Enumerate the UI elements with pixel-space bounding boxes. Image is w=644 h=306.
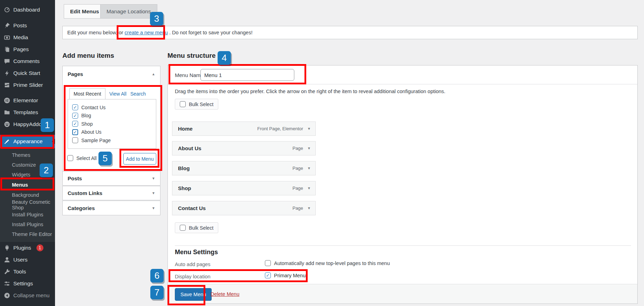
menu-item-type: Page xyxy=(293,186,303,191)
annotation-badge-2: 2 xyxy=(40,164,53,177)
chevron-down-icon[interactable]: ▼ xyxy=(307,127,311,131)
menu-structure-heading: Menu structure xyxy=(167,52,215,60)
sidebar-item-background[interactable]: Background xyxy=(0,190,55,200)
menu-item-contact-us[interactable]: Contact Us Page▼ xyxy=(172,201,316,215)
dashboard-icon xyxy=(4,7,10,13)
submenu-label: Background xyxy=(12,192,39,198)
save-menu-button[interactable]: Save Menu xyxy=(175,288,212,301)
sidebar-item-elementor[interactable]: Elementor xyxy=(0,95,55,106)
menu-item-home[interactable]: Home Front Page, Elementor▼ xyxy=(172,121,316,136)
sidebar-item-appearance[interactable]: Appearance xyxy=(0,135,55,148)
page-checkbox-row: Shop xyxy=(72,120,152,128)
checkbox-about-us[interactable] xyxy=(72,129,78,135)
tab-edit-menus[interactable]: Edit Menus xyxy=(64,4,105,19)
chevron-down-icon[interactable]: ▼ xyxy=(307,166,311,170)
sidebar-item-templates[interactable]: Templates xyxy=(0,106,55,118)
auto-add-pages-checkbox[interactable] xyxy=(265,260,271,266)
sidebar-item-collapse-menu[interactable]: Collapse menu xyxy=(0,290,55,301)
sidebar-item-dashboard[interactable]: Dashboard xyxy=(0,4,55,16)
accordion-title: Custom Links xyxy=(68,190,102,196)
menu-item-title: Contact Us xyxy=(178,205,206,211)
annotation-badge-5: 5 xyxy=(98,152,112,165)
wordpress-menus-page: Dashboard Posts Media Pages Comments Qui… xyxy=(0,0,644,306)
chevron-down-icon[interactable]: ▼ xyxy=(307,186,311,190)
notice-text: Edit your menu below, or xyxy=(67,30,123,35)
pages-accordion[interactable]: Pages ▲ xyxy=(62,66,160,82)
edit-menu-notice: Edit your menu below, or create a new me… xyxy=(62,26,638,39)
sidebar-item-label: Posts xyxy=(13,22,27,29)
menu-item-about-us[interactable]: About Us Page▼ xyxy=(172,141,316,155)
custom-links-accordion[interactable]: Custom Links▼ xyxy=(62,186,160,200)
sidebar-item-label: Prime Slider xyxy=(13,82,43,88)
tab-view-all[interactable]: View All xyxy=(109,91,126,97)
checkbox-blog[interactable] xyxy=(72,113,78,119)
bulk-select-checkbox[interactable] xyxy=(180,225,186,231)
sidebar-item-settings[interactable]: Settings xyxy=(0,278,55,290)
bulk-select-checkbox[interactable] xyxy=(180,101,186,107)
primary-menu-checkbox[interactable] xyxy=(265,272,271,278)
chevron-down-icon[interactable]: ▼ xyxy=(152,206,155,210)
menu-item-title: Blog xyxy=(178,165,190,171)
elementor-icon xyxy=(4,97,10,104)
templates-icon xyxy=(4,109,10,116)
sidebar-item-theme-file-editor[interactable]: Theme File Editor xyxy=(0,229,55,239)
sidebar-item-label: Plugins xyxy=(13,245,31,251)
submenu-label: Customize xyxy=(12,162,36,168)
accordion-title: Categories xyxy=(68,205,95,211)
sidebar-item-pages[interactable]: Pages xyxy=(0,43,55,55)
select-all-label: Select All xyxy=(76,155,97,161)
sidebar-item-media[interactable]: Media xyxy=(0,32,55,43)
categories-accordion[interactable]: Categories▼ xyxy=(62,201,160,215)
sidebar-item-themes[interactable]: Themes xyxy=(0,150,55,160)
sidebar-item-install-plugins[interactable]: Install Plugins xyxy=(0,210,55,220)
checkbox-contact-us[interactable] xyxy=(72,104,78,110)
auto-add-pages-option: Automatically add new top-level pages to… xyxy=(265,260,390,266)
sidebar-item-menus[interactable]: Menus xyxy=(0,180,55,190)
sidebar-item-prime-slider[interactable]: Prime Slider xyxy=(0,79,55,91)
sidebar-item-label: Dashboard xyxy=(13,7,40,13)
menu-name-input[interactable] xyxy=(200,69,294,81)
chevron-up-icon[interactable]: ▲ xyxy=(152,72,155,76)
sidebar-item-label: Settings xyxy=(13,280,33,287)
create-new-menu-link[interactable]: create a new menu xyxy=(125,30,168,35)
chevron-down-icon[interactable]: ▼ xyxy=(307,206,311,210)
tab-label: Edit Menus xyxy=(70,8,99,15)
add-to-menu-button[interactable]: Add to Menu xyxy=(123,153,156,165)
sidebar-item-posts[interactable]: Posts xyxy=(0,20,55,32)
sidebar-item-beauty-cosmetic-shop[interactable]: Beauty Cosmetic Shop xyxy=(0,200,55,210)
sidebar-item-install-plugins-2[interactable]: Install Plugins xyxy=(0,220,55,229)
select-all-checkbox[interactable] xyxy=(67,155,73,161)
menu-item-type: Page xyxy=(293,166,303,171)
sidebar-item-comments[interactable]: Comments xyxy=(0,55,55,67)
tab-search[interactable]: Search xyxy=(130,91,146,97)
bulk-select-bottom[interactable]: Bulk Select xyxy=(175,222,218,233)
comments-icon xyxy=(4,58,10,64)
chevron-down-icon[interactable]: ▼ xyxy=(152,176,155,180)
sidebar-item-plugins[interactable]: Plugins 1 xyxy=(0,242,55,254)
tab-most-recent[interactable]: Most Recent xyxy=(69,88,105,99)
bulk-select-top[interactable]: Bulk Select xyxy=(175,99,218,110)
pin-icon xyxy=(4,22,10,29)
menu-item-shop[interactable]: Shop Page▼ xyxy=(172,181,316,195)
checkbox-sample-page[interactable] xyxy=(72,137,78,143)
chevron-down-icon[interactable]: ▼ xyxy=(307,146,311,150)
sidebar-item-users[interactable]: Users xyxy=(0,254,55,266)
tools-icon xyxy=(4,269,10,275)
media-icon xyxy=(4,34,10,41)
submenu-arrow-icon xyxy=(52,139,55,144)
tab-manage-locations[interactable]: Manage Locations xyxy=(100,4,157,19)
delete-menu-link[interactable]: Delete Menu xyxy=(211,291,239,297)
drag-instructions: Drag the items into the order you prefer… xyxy=(175,89,445,94)
menu-item-blog[interactable]: Blog Page▼ xyxy=(172,161,316,175)
submenu-label: Beauty Cosmetic Shop xyxy=(12,199,55,210)
submenu-label: Install Plugins xyxy=(12,212,43,217)
posts-accordion[interactable]: Posts▼ xyxy=(62,171,160,186)
sidebar-item-label: Elementor xyxy=(13,97,38,104)
sidebar-item-tools[interactable]: Tools xyxy=(0,266,55,278)
display-location-option: Primary Menu xyxy=(265,272,306,278)
checkbox-shop[interactable] xyxy=(72,121,78,127)
chevron-down-icon[interactable]: ▼ xyxy=(152,191,155,195)
auto-add-pages-label: Auto add pages xyxy=(175,262,211,267)
users-icon xyxy=(4,257,10,263)
sidebar-item-quick-start[interactable]: Quick Start xyxy=(0,67,55,79)
